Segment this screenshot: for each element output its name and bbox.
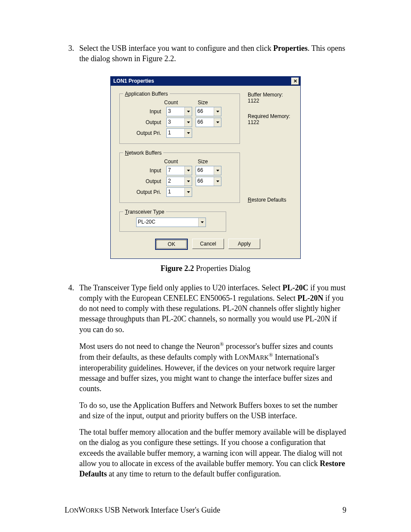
transceiver-type-combo[interactable]: PL-20C xyxy=(136,218,206,227)
row-label: Input xyxy=(123,168,163,174)
app-col-headers: Count Size xyxy=(164,100,236,106)
registered-symbol: ® xyxy=(220,341,224,347)
chevron-down-icon xyxy=(214,107,221,116)
svg-marker-7 xyxy=(187,180,190,182)
step-body: Select the USB interface you want to con… xyxy=(79,43,346,70)
chevron-down-icon xyxy=(184,188,192,196)
chevron-down-icon xyxy=(214,166,221,175)
net-col-headers: Count Size xyxy=(164,159,236,165)
app-row-output: Output 3 66 xyxy=(123,118,236,127)
app-output-count-combo[interactable]: 3 xyxy=(166,118,192,127)
net-input-count-combo[interactable]: 7 xyxy=(166,166,192,175)
app-row-output-pri: Output Pri. 1 xyxy=(123,128,236,138)
close-icon: ✕ xyxy=(293,78,297,84)
titlebar: LON1 Properties ✕ xyxy=(111,77,300,86)
svg-marker-3 xyxy=(216,121,219,123)
network-buffers-group: Network Buffers Count Size Input 7 xyxy=(119,150,240,203)
step-number: 4. xyxy=(65,283,74,485)
svg-marker-0 xyxy=(187,111,190,112)
count-header: Count xyxy=(164,159,194,165)
figure-number: Figure 2.2 xyxy=(161,264,194,273)
app-outputpri-count-combo[interactable]: 1 xyxy=(166,128,192,138)
net-row-output-pri: Output Pri. 1 xyxy=(123,187,236,197)
chevron-down-icon xyxy=(184,107,192,116)
properties-dialog: LON1 Properties ✕ Application Buffers Co… xyxy=(110,76,301,259)
cancel-button[interactable]: Cancel xyxy=(192,239,224,249)
page-footer: LONWORKS USB Network Interface User's Gu… xyxy=(65,506,346,515)
row-label: Output xyxy=(123,119,163,125)
net-output-count-combo[interactable]: 2 xyxy=(166,177,192,186)
ok-button[interactable]: OK xyxy=(155,239,188,250)
svg-marker-1 xyxy=(216,111,219,112)
step-4: 4. The Transceiver Type field only appli… xyxy=(65,283,346,485)
restore-defaults-link[interactable]: Restore Defaults xyxy=(248,197,286,203)
step-3: 3. Select the USB interface you want to … xyxy=(65,43,346,70)
application-buffers-group: Application Buffers Count Size Input 3 xyxy=(119,91,240,144)
chevron-down-icon xyxy=(214,177,221,186)
page-number: 9 xyxy=(342,506,346,515)
app-input-count-combo[interactable]: 3 xyxy=(166,107,192,116)
text: Select the USB interface you want to con… xyxy=(79,44,273,53)
figure-title: Properties Dialog xyxy=(194,264,250,273)
properties-word: Properties xyxy=(273,44,308,53)
chevron-down-icon xyxy=(184,177,192,186)
dialog-buttons: OK Cancel Apply xyxy=(119,236,296,254)
step-number: 3. xyxy=(65,43,74,70)
svg-marker-6 xyxy=(216,170,219,171)
row-label: Output Pri. xyxy=(123,130,163,136)
step4-p3: To do so, use the Application Buffers an… xyxy=(79,400,346,421)
chevron-down-icon xyxy=(184,118,192,127)
net-input-size-combo[interactable]: 66 xyxy=(196,166,221,175)
net-row-output: Output 2 66 xyxy=(123,177,236,186)
figure-caption: Figure 2.2 Properties Dialog xyxy=(65,264,346,273)
close-button[interactable]: ✕ xyxy=(291,78,299,85)
app-output-size-combo[interactable]: 66 xyxy=(196,118,221,127)
step4-p4: The total buffer memory allocation and t… xyxy=(79,427,346,479)
chevron-down-icon xyxy=(184,129,192,137)
dialog-figure: LON1 Properties ✕ Application Buffers Co… xyxy=(65,76,346,259)
app-buffers-legend: Application Buffers xyxy=(123,91,170,97)
step-body: The Transceiver Type field only applies … xyxy=(79,283,346,485)
svg-marker-9 xyxy=(187,191,190,193)
net-buffers-legend: Network Buffers xyxy=(123,150,163,156)
chevron-down-icon xyxy=(198,218,206,227)
net-outputpri-count-combo[interactable]: 1 xyxy=(166,187,192,197)
step3-text: Select the USB interface you want to con… xyxy=(79,43,346,64)
chevron-down-icon xyxy=(184,166,192,175)
buffer-memory-label: Buffer Memory: xyxy=(248,92,296,98)
size-header: Size xyxy=(198,100,224,106)
footer-title: LONWORKS USB Network Interface User's Gu… xyxy=(65,506,220,515)
svg-marker-5 xyxy=(187,170,190,171)
step4-p2: Most users do not need to change the Neu… xyxy=(79,341,346,394)
app-input-size-combo[interactable]: 66 xyxy=(196,107,221,116)
net-row-input: Input 7 66 xyxy=(123,166,236,175)
net-output-size-combo[interactable]: 66 xyxy=(196,177,221,186)
apply-button[interactable]: Apply xyxy=(228,239,260,249)
svg-marker-10 xyxy=(201,221,204,223)
count-header: Count xyxy=(164,100,194,106)
row-label: Output Pri. xyxy=(123,189,163,195)
row-label: Input xyxy=(123,109,163,115)
row-label: Output xyxy=(123,178,163,184)
memory-info: Buffer Memory: 1122 Required Memory: 112… xyxy=(248,89,296,148)
svg-marker-4 xyxy=(187,132,190,134)
svg-marker-2 xyxy=(187,121,190,123)
svg-marker-8 xyxy=(216,180,219,182)
required-memory-value: 1122 xyxy=(248,119,296,125)
dialog-title: LON1 Properties xyxy=(113,78,154,84)
app-row-input: Input 3 66 xyxy=(123,107,236,116)
buffer-memory-value: 1122 xyxy=(248,98,296,104)
transceiver-legend: Transceiver Type xyxy=(123,209,166,215)
transceiver-type-group: Transceiver Type PL-20C xyxy=(119,209,226,232)
chevron-down-icon xyxy=(214,118,221,127)
required-memory-label: Required Memory: xyxy=(248,113,296,119)
step4-p1: The Transceiver Type field only applies … xyxy=(79,283,346,335)
size-header: Size xyxy=(198,159,224,165)
